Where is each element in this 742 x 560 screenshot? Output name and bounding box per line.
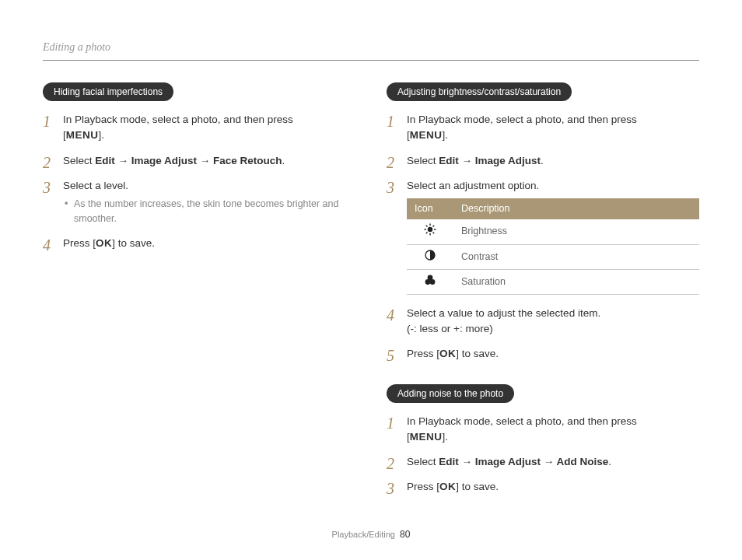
page-number: 80 [400, 529, 410, 540]
page-footer: Playback/Editing 80 [0, 527, 742, 541]
step-text-pre: Press [ [63, 237, 96, 249]
menu-path: Edit → Image Adjust [439, 155, 541, 166]
menu-button-label: MENU [410, 129, 443, 141]
step-1: In Playback mode, select a photo, and th… [43, 112, 355, 144]
step-5: Press [OK] to save. [387, 346, 699, 362]
step-3: Select a level. As the number increases,… [43, 178, 355, 226]
ok-button-label: OK [439, 481, 456, 492]
step-text-pre: Select [63, 155, 95, 166]
step-note-list: As the number increases, the skin tone b… [63, 197, 355, 226]
step-3: Press [OK] to save. [387, 479, 699, 495]
table-header-row: Icon Description [407, 198, 699, 219]
step-3: Select an adjustment option. Icon Descri… [387, 178, 699, 295]
ok-button-label: OK [96, 237, 112, 249]
section-hiding-imperfections: Hiding facial imperfections In Playback … [43, 82, 355, 251]
step-2: Select Edit → Image Adjust → Face Retouc… [43, 153, 355, 169]
step-4: Select a value to adjust the selected it… [387, 306, 699, 338]
svg-point-12 [430, 279, 436, 285]
cell-description: Contrast [453, 244, 699, 269]
step-text-post: . [541, 155, 544, 166]
step-text-b: (-: less or +: more) [407, 323, 493, 334]
step-text-post: . [282, 155, 285, 166]
steps-list: In Playback mode, select a photo, and th… [43, 112, 355, 251]
section-brightness-contrast-saturation: Adjusting brightness/contrast/saturation… [387, 82, 699, 362]
bracket-close: ]. [99, 129, 105, 141]
col-description: Description [453, 198, 699, 219]
bracket-close: ]. [443, 129, 449, 141]
step-text-pre: Press [ [407, 481, 439, 492]
step-text-pre: Select [407, 155, 439, 166]
step-2: Select Edit → Image Adjust. [387, 153, 699, 169]
bracket-close: ]. [443, 431, 449, 443]
page-header: Editing a photo [43, 39, 699, 61]
step-1: In Playback mode, select a photo, and th… [387, 112, 699, 144]
step-text-pre: Select [407, 456, 439, 467]
svg-point-0 [428, 227, 432, 232]
svg-point-11 [425, 279, 431, 285]
menu-path: Edit → Image Adjust → Add Noise [439, 456, 608, 467]
menu-path: Edit → Image Adjust → Face Retouch [95, 155, 282, 166]
step-text-post: ] to save. [456, 348, 499, 359]
menu-button-label: MENU [410, 431, 443, 443]
svg-line-5 [426, 226, 428, 227]
col-icon: Icon [407, 198, 453, 219]
step-text-post: . [608, 456, 611, 467]
saturation-icon [407, 269, 453, 294]
step-2: Select Edit → Image Adjust → Add Noise. [387, 454, 699, 470]
step-text: In Playback mode, select a photo, and th… [407, 114, 637, 125]
svg-line-7 [426, 232, 428, 233]
menu-button-label: MENU [66, 129, 99, 141]
step-1: In Playback mode, select a photo, and th… [387, 414, 699, 446]
step-text: In Playback mode, select a photo, and th… [407, 415, 637, 427]
svg-line-6 [433, 232, 435, 233]
section-pill: Hiding facial imperfections [43, 82, 173, 101]
footer-section: Playback/Editing [332, 530, 395, 539]
cell-description: Saturation [453, 269, 699, 294]
step-note: As the number increases, the skin tone b… [63, 197, 355, 226]
section-pill: Adding noise to the photo [387, 384, 514, 403]
step-text-post: ] to save. [456, 481, 499, 492]
ok-button-label: OK [439, 348, 456, 359]
table-row: Saturation [407, 269, 699, 294]
right-column: Adjusting brightness/contrast/saturation… [387, 82, 699, 517]
table-row: Contrast [407, 244, 699, 269]
content-columns: Hiding facial imperfections In Playback … [43, 82, 699, 517]
step-4: Press [OK] to save. [43, 236, 355, 251]
cell-description: Brightness [453, 219, 699, 245]
step-text: Select an adjustment option. [407, 180, 539, 191]
section-adding-noise: Adding noise to the photo In Playback mo… [387, 384, 699, 495]
steps-list: In Playback mode, select a photo, and th… [387, 414, 699, 495]
svg-line-8 [433, 226, 435, 227]
step-text: Select a level. [63, 180, 128, 191]
section-pill: Adjusting brightness/contrast/saturation [387, 82, 572, 101]
brightness-icon [407, 219, 453, 245]
table-row: Brightness [407, 219, 699, 245]
step-text-pre: Press [ [407, 348, 439, 359]
steps-list: In Playback mode, select a photo, and th… [387, 112, 699, 362]
left-column: Hiding facial imperfections In Playback … [43, 82, 355, 517]
contrast-icon [407, 244, 453, 269]
step-text: In Playback mode, select a photo, and th… [63, 114, 293, 125]
step-text-post: ] to save. [112, 237, 155, 249]
step-text-a: Select a value to adjust the selected it… [407, 307, 600, 319]
adjustment-options-table: Icon Description Brightness [407, 198, 699, 295]
